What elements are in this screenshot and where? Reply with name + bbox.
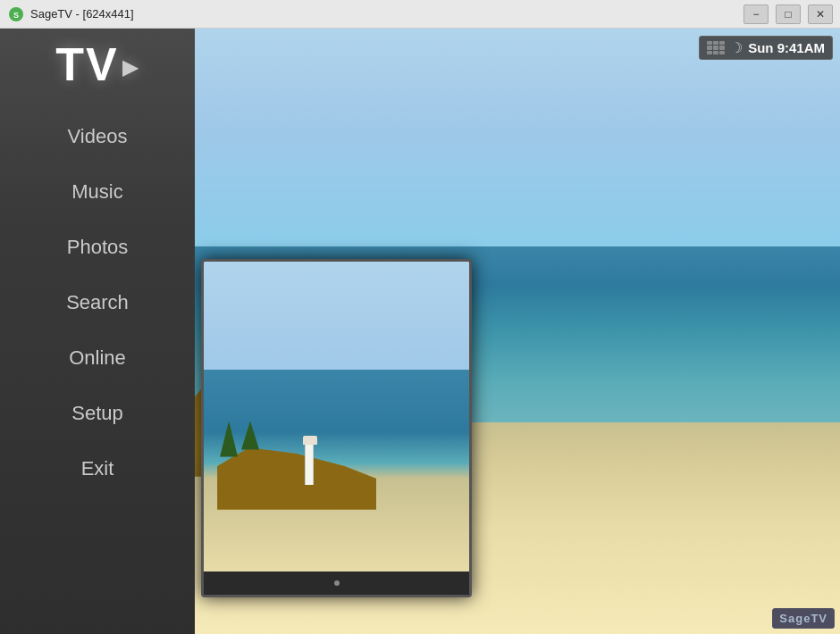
titlebar: S SageTV - [624x441] − □ ✕ (0, 0, 840, 29)
sidebar-item-photos[interactable]: Photos (0, 220, 195, 275)
grid-cell (719, 41, 725, 46)
tv-lighthouse-top (303, 436, 317, 445)
sidebar-item-setup[interactable]: Setup (0, 386, 195, 441)
tv-tree-2 (241, 421, 259, 450)
sidebar-item-online[interactable]: Online (0, 330, 195, 386)
tv-trees-display (220, 421, 259, 457)
tv-arrow-icon: ▶ (122, 56, 139, 79)
grid-cell (713, 41, 718, 46)
sidebar-item-search[interactable]: Search (0, 275, 195, 330)
app-logo: S (7, 5, 25, 23)
sidebar: TV ▶ Videos Music Photos Search Online S… (0, 29, 195, 634)
grid-cell (707, 41, 712, 46)
tv-monitor (201, 259, 472, 598)
clock-display: Sun 9:41AM (748, 40, 825, 55)
sidebar-item-music[interactable]: Music (0, 164, 195, 220)
app-container: TV ▶ Videos Music Photos Search Online S… (0, 29, 840, 634)
sidebar-item-exit[interactable]: Exit (0, 441, 195, 496)
sagetv-watermark: SageTV (772, 608, 835, 629)
window-title: SageTV - [624x441] (30, 7, 740, 21)
tv-tree-1 (220, 421, 238, 457)
close-button[interactable]: ✕ (808, 4, 833, 24)
grid-cell (707, 46, 712, 50)
grid-cell (713, 46, 718, 50)
tv-lighthouse (305, 445, 314, 485)
svg-text:S: S (13, 11, 19, 20)
content-area: ☽ Sun 9:41AM SageTV (195, 29, 840, 634)
tv-screen (204, 262, 469, 572)
grid-cell (719, 46, 725, 50)
moon-icon: ☽ (730, 39, 743, 56)
grid-cell (713, 51, 718, 55)
maximize-button[interactable]: □ (776, 4, 801, 24)
tv-heading[interactable]: TV ▶ (55, 38, 139, 91)
grid-cell (719, 51, 725, 55)
tv-stand (204, 571, 469, 595)
minimize-button[interactable]: − (743, 4, 769, 24)
tv-stand-dot (334, 580, 340, 586)
sidebar-item-videos[interactable]: Videos (0, 109, 195, 164)
grid-cell (707, 51, 712, 55)
status-bar: ☽ Sun 9:41AM (699, 36, 833, 60)
sky-background (195, 29, 840, 271)
grid-icon (707, 41, 725, 55)
